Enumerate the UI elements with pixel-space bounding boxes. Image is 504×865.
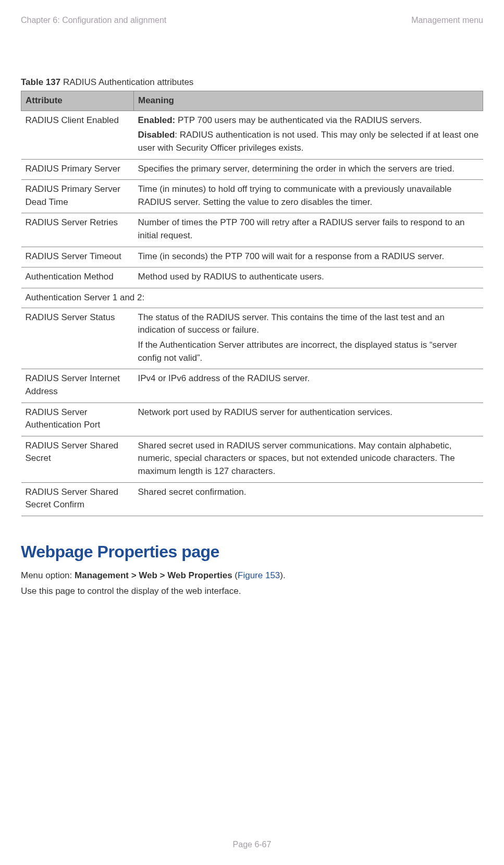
table-row: RADIUS Server Internet AddressIPv4 or IP… [21, 369, 483, 403]
meaning-cell: Specifies the primary server, determinin… [134, 159, 483, 180]
attr-cell: RADIUS Primary Server Dead Time [21, 180, 134, 213]
paren-close: ). [280, 570, 285, 580]
th-meaning: Meaning [134, 91, 483, 111]
attr-cell: RADIUS Server Authentication Port [21, 403, 134, 436]
meaning-cell: Number of times the PTP 700 will retry a… [134, 213, 483, 247]
paren-open: ( [232, 570, 238, 580]
attr-cell: RADIUS Primary Server [21, 159, 134, 180]
table-caption-label: Table 137 [21, 77, 60, 87]
table-row: RADIUS Primary Server Dead TimeTime (in … [21, 180, 483, 213]
attr-cell: RADIUS Server Timeout [21, 247, 134, 267]
table-row: Authentication Server 1 and 2: [21, 288, 483, 308]
attr-cell: RADIUS Server Status [21, 308, 134, 369]
menu-option-line: Menu option: Management > Web > Web Prop… [21, 569, 483, 582]
meaning-cell: Method used by RADIUS to authenticate us… [134, 267, 483, 288]
attr-cell: RADIUS Client Enabled [21, 111, 134, 159]
table-caption: Table 137 RADIUS Authentication attribut… [21, 77, 483, 88]
attr-cell: Authentication Method [21, 267, 134, 288]
table-row: RADIUS Server Shared SecretShared secret… [21, 436, 483, 482]
meaning-cell: The status of the RADIUS server. This co… [134, 308, 483, 369]
table-row: RADIUS Server TimeoutTime (in seconds) t… [21, 247, 483, 267]
table-row: RADIUS Server RetriesNumber of times the… [21, 213, 483, 247]
table-row: RADIUS Server Shared Secret ConfirmShare… [21, 482, 483, 516]
meaning-cell: Enabled: PTP 700 users may be authentica… [134, 111, 483, 159]
table-row: Authentication MethodMethod used by RADI… [21, 267, 483, 288]
section-description: Use this page to control the display of … [21, 584, 483, 598]
header-chapter: Chapter 6: Configuration and alignment [21, 16, 166, 25]
th-attribute: Attribute [21, 91, 134, 111]
attr-cell: RADIUS Server Shared Secret Confirm [21, 482, 134, 516]
meaning-cell: Shared secret used in RADIUS server comm… [134, 436, 483, 482]
table-row: RADIUS Server Authentication PortNetwork… [21, 403, 483, 436]
page-footer: Page 6-67 [21, 840, 483, 849]
meaning-cell: Network port used by RADIUS server for a… [134, 403, 483, 436]
meaning-cell: Time (in minutes) to hold off trying to … [134, 180, 483, 213]
table-row: RADIUS Server StatusThe status of the RA… [21, 308, 483, 369]
menu-option-pre: Menu option: [21, 570, 75, 580]
table-row: RADIUS Primary ServerSpecifies the prima… [21, 159, 483, 180]
section-heading: Webpage Properties page [21, 542, 483, 562]
header-section: Management menu [411, 16, 483, 25]
attr-cell: RADIUS Server Shared Secret [21, 436, 134, 482]
table-caption-text: RADIUS Authentication attributes [60, 77, 193, 87]
table-row: RADIUS Client EnabledEnabled: PTP 700 us… [21, 111, 483, 159]
meaning-cell: Time (in seconds) the PTP 700 will wait … [134, 247, 483, 267]
attr-cell: RADIUS Server Internet Address [21, 369, 134, 403]
table-span-cell: Authentication Server 1 and 2: [21, 288, 483, 308]
figure-link[interactable]: Figure 153 [238, 570, 280, 580]
meaning-cell: Shared secret confirmation. [134, 482, 483, 516]
meaning-cell: IPv4 or IPv6 address of the RADIUS serve… [134, 369, 483, 403]
attr-cell: RADIUS Server Retries [21, 213, 134, 247]
menu-option-path: Management > Web > Web Properties [75, 570, 232, 580]
radius-attr-table: Attribute Meaning RADIUS Client EnabledE… [21, 91, 483, 516]
